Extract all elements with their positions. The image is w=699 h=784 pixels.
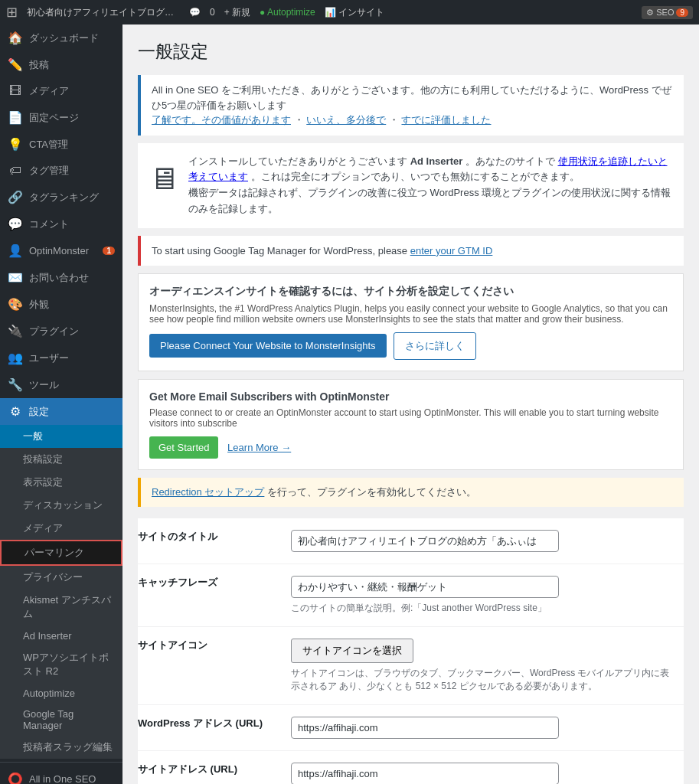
main-content: 一般設定 All in One SEO をご利用いただき、ありがとうございます。… bbox=[122, 24, 699, 784]
autoptimize-status: ● Autoptimize bbox=[260, 7, 315, 18]
submenu-ad-inserter[interactable]: Ad Inserter bbox=[0, 626, 122, 646]
site-icon-select-button[interactable]: サイトアイコンを選択 bbox=[291, 639, 413, 663]
sidebar-item-appearance[interactable]: 🎨 外観 bbox=[0, 291, 122, 318]
wp-logo-icon[interactable]: ⊞ bbox=[6, 4, 18, 21]
monsterinsights-title: オーディエンスインサイトを確認するには、サイト分析を設定してください bbox=[149, 285, 672, 299]
submenu-wp-associate[interactable]: WPアソシエイトポスト R2 bbox=[0, 646, 122, 683]
sidebar-item-comments[interactable]: 💬 コメント bbox=[0, 211, 122, 237]
comments-icon: 💬 bbox=[8, 217, 23, 231]
posts-icon: ✏️ bbox=[8, 57, 23, 72]
submenu-akismet[interactable]: Akismet アンチスパム bbox=[0, 589, 122, 626]
redirection-link[interactable]: Redirection セットアップ bbox=[152, 486, 264, 498]
submenu-gtm[interactable]: Google Tag Manager bbox=[0, 704, 122, 736]
submenu-privacy[interactable]: プライバシー bbox=[0, 566, 122, 589]
optinmonster-start-button[interactable]: Get Started bbox=[149, 436, 218, 459]
seo-bar-item[interactable]: ⚙ SEO 9 bbox=[642, 6, 693, 19]
tags-mgmt-icon: 🏷 bbox=[8, 164, 23, 178]
sidebar-item-cta[interactable]: 💡 CTA管理 bbox=[0, 131, 122, 158]
monsterinsights-notice: オーディエンスインサイトを確認するには、サイト分析を設定してください Monst… bbox=[138, 273, 684, 371]
new-content-button[interactable]: + 新規 bbox=[224, 6, 250, 19]
page-title: 一般設定 bbox=[138, 40, 684, 64]
site-address-input[interactable] bbox=[291, 763, 559, 784]
optinmonster-description: Please connect to or create an OptinMons… bbox=[149, 407, 672, 429]
gtm-link[interactable]: enter your GTM ID bbox=[410, 245, 493, 256]
sidebar-item-media[interactable]: 🎞 メディア bbox=[0, 78, 122, 104]
contact-icon: ✉️ bbox=[8, 270, 23, 285]
site-name[interactable]: 初心者向けアフィリエイトブログの始め方「あふぃはじ」 bbox=[27, 6, 180, 19]
aio-seo-link1[interactable]: 了解です。その価値があります bbox=[152, 114, 291, 126]
ad-inserter-icon: 🖥 bbox=[149, 154, 179, 203]
tagline-label: キャッチフレーズ bbox=[138, 564, 291, 627]
submenu-reading[interactable]: 表示設定 bbox=[0, 471, 122, 494]
sidebar-item-optinmonster[interactable]: 👤 OptinMonster 1 bbox=[0, 237, 122, 264]
sidebar-item-all-in-one-seo[interactable]: ⭕ All in One SEO bbox=[0, 766, 122, 784]
settings-form: サイトのタイトル キャッチフレーズ このサイトの簡単な説明。例:「Just an… bbox=[138, 518, 684, 784]
monsterinsights-more-button[interactable]: さらに詳しく bbox=[394, 332, 476, 360]
ad-inserter-notice: 🖥 インストールしていただきありがとうございます Ad Inserter 。あな… bbox=[138, 143, 684, 228]
aio-seo-link3[interactable]: すでに評価しました bbox=[401, 114, 491, 126]
site-title-row: サイトのタイトル bbox=[138, 518, 684, 564]
sidebar-item-contact[interactable]: ✉️ お問い合わせ bbox=[0, 264, 122, 291]
optinmonster-title: Get More Email Subscribers with OptinMon… bbox=[149, 390, 672, 403]
tagline-description: このサイトの簡単な説明。例:「Just another WordPress si… bbox=[291, 602, 676, 615]
sidebar: 🏠 ダッシュボード ✏️ 投稿 🎞 メディア 📄 固定ページ 💡 CTA管理 🏷… bbox=[0, 24, 122, 784]
settings-submenu: 一般 投稿設定 表示設定 ディスカッション メディア パーマリンク プライバシー… bbox=[0, 425, 122, 759]
comment-icon: 💬 bbox=[189, 7, 201, 18]
site-title-label: サイトのタイトル bbox=[138, 518, 291, 564]
appearance-icon: 🎨 bbox=[8, 297, 23, 312]
monsterinsights-connect-button[interactable]: Please Connect Your Website to MonsterIn… bbox=[149, 334, 387, 358]
wp-address-label: WordPress アドレス (URL) bbox=[138, 705, 291, 751]
submenu-writing[interactable]: 投稿設定 bbox=[0, 448, 122, 471]
submenu-permalink[interactable]: パーマリンク bbox=[0, 540, 122, 566]
submenu-discussion[interactable]: ディスカッション bbox=[0, 494, 122, 517]
site-icon-description: サイトアイコンは、ブラウザのタブ、ブックマークバー、WordPress モバイル… bbox=[291, 667, 676, 693]
sidebar-item-tools[interactable]: 🔧 ツール bbox=[0, 371, 122, 398]
submenu-autoptimize[interactable]: Autoptimize bbox=[0, 683, 122, 704]
settings-icon: ⚙ bbox=[8, 404, 23, 419]
site-address-row: サイトアドレス (URL) サイトのホームページとして WordPress のイ… bbox=[138, 751, 684, 784]
monsterinsights-description: MonsterInsights, the #1 WordPress Analyt… bbox=[149, 303, 672, 325]
sidebar-item-posts[interactable]: ✏️ 投稿 bbox=[0, 51, 122, 78]
media-icon: 🎞 bbox=[8, 84, 23, 98]
optinmonster-notice: Get More Email Subscribers with OptinMon… bbox=[138, 379, 684, 470]
sidebar-item-dashboard[interactable]: 🏠 ダッシュボード bbox=[0, 24, 122, 51]
aio-seo-link2[interactable]: いいえ、多分後で bbox=[306, 114, 386, 126]
submenu-general[interactable]: 一般 bbox=[0, 425, 122, 448]
users-icon: 👥 bbox=[8, 351, 23, 365]
admin-bar: ⊞ 初心者向けアフィリエイトブログの始め方「あふぃはじ」 💬 0 + 新規 ● … bbox=[0, 0, 699, 24]
aio-seo-notice: All in One SEO をご利用いただき、ありがとうございます。他の方にも… bbox=[138, 75, 684, 136]
tag-ranking-icon: 🔗 bbox=[8, 190, 23, 204]
sidebar-item-pages[interactable]: 📄 固定ページ bbox=[0, 104, 122, 131]
optinmonster-learn-button[interactable]: Learn More → bbox=[227, 442, 291, 453]
submenu-slug-editor[interactable]: 投稿者スラッグ編集 bbox=[0, 736, 122, 759]
sidebar-item-tag-ranking[interactable]: 🔗 タグランキング bbox=[0, 184, 122, 211]
sidebar-item-users[interactable]: 👥 ユーザー bbox=[0, 345, 122, 371]
redirection-notice: Redirection セットアップ を行って、プラグインを有効化してください。 bbox=[138, 478, 684, 507]
form-table: サイトのタイトル キャッチフレーズ このサイトの簡単な説明。例:「Just an… bbox=[138, 518, 684, 784]
insight-bar-item[interactable]: 📊 インサイト bbox=[325, 6, 384, 19]
tagline-row: キャッチフレーズ このサイトの簡単な説明。例:「Just another Wor… bbox=[138, 564, 684, 627]
cta-icon: 💡 bbox=[8, 137, 23, 152]
pages-icon: 📄 bbox=[8, 110, 23, 125]
sidebar-item-plugins[interactable]: 🔌 プラグイン bbox=[0, 318, 122, 345]
comment-count: 0 bbox=[210, 7, 215, 18]
sidebar-item-tags-mgmt[interactable]: 🏷 タグ管理 bbox=[0, 158, 122, 184]
plugins-icon: 🔌 bbox=[8, 324, 23, 338]
site-title-input[interactable] bbox=[291, 530, 559, 552]
seo-badge: 9 bbox=[676, 8, 688, 17]
dashboard-icon: 🏠 bbox=[8, 31, 23, 45]
optinmonster-badge: 1 bbox=[103, 247, 115, 255]
tagline-input[interactable] bbox=[291, 576, 559, 598]
site-icon-label: サイトアイコン bbox=[138, 627, 291, 705]
wp-address-input[interactable] bbox=[291, 717, 559, 739]
aio-seo-icon: ⭕ bbox=[8, 772, 23, 784]
site-icon-row: サイトアイコン サイトアイコンを選択 サイトアイコンは、ブラウザのタブ、ブックマ… bbox=[138, 627, 684, 705]
site-address-label: サイトアドレス (URL) bbox=[138, 751, 291, 784]
sidebar-item-settings[interactable]: ⚙ 設定 bbox=[0, 398, 122, 425]
tools-icon: 🔧 bbox=[8, 377, 23, 392]
optinmonster-icon: 👤 bbox=[8, 243, 23, 258]
gtm-notice: To start using Google Tag Manager for Wo… bbox=[138, 236, 684, 266]
submenu-media[interactable]: メディア bbox=[0, 517, 122, 540]
wp-address-row: WordPress アドレス (URL) bbox=[138, 705, 684, 751]
